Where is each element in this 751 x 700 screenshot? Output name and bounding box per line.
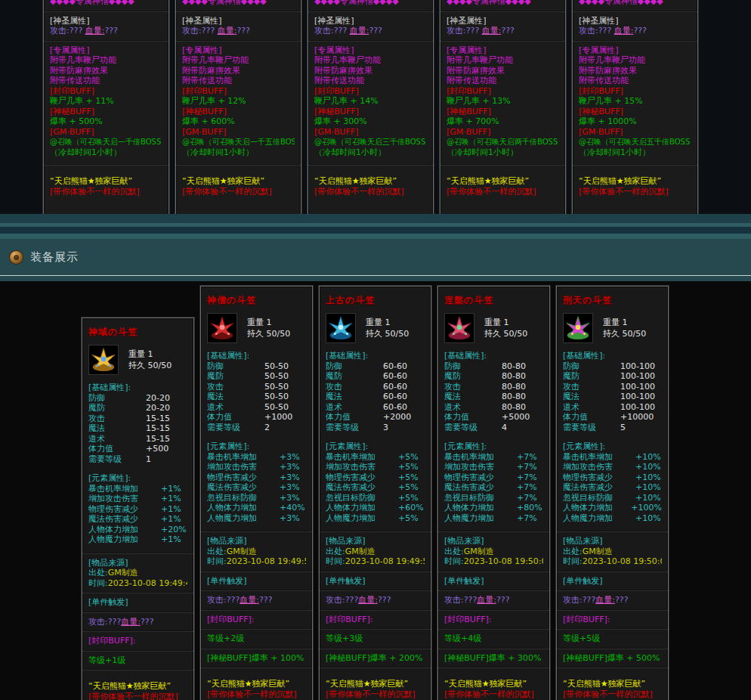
section-header: 装备展示: [0, 239, 751, 275]
element-label: 物理伤害减少: [563, 472, 635, 483]
hp-label: 血量:: [121, 617, 141, 627]
from-label: 出处:: [88, 568, 108, 578]
stat-value: 100-100: [620, 371, 655, 382]
element-label: 暴击机率增加: [207, 452, 280, 463]
base-stat-row: 攻击50-50: [207, 382, 306, 392]
equipment-card-2: 神僧の斗笠重量 1持久 50/50[基础属性]:防御50-50魔防50-50攻击…: [200, 286, 313, 700]
source-time-row: 时间: 2023-10-08 19:49:56: [207, 556, 306, 567]
footer-quote: “天启熊猫★独家巨献”: [182, 176, 295, 187]
element-stat-row: 忽视目标防御+5%: [326, 493, 425, 503]
section-divider: [557, 667, 668, 668]
element-stat-row: 物理伤害减少+3%: [207, 472, 306, 483]
attack-label: 攻击:???: [314, 26, 350, 36]
element-value: +1%: [161, 494, 181, 504]
section-divider: [320, 571, 431, 572]
stat-label: 防御: [444, 361, 502, 372]
base-stat-row: 魔防80-80: [444, 371, 543, 382]
element-stat-row: 魔法伤害减少+7%: [444, 482, 543, 493]
trigger-header: [单件触发]: [326, 576, 425, 587]
element-value: +5%: [398, 513, 419, 524]
equipment-card-1: 神域の斗笠重量 1持久 50/50[基础属性]:防御20-20魔防20-20攻击…: [82, 317, 194, 700]
time-label: 时间:: [444, 556, 464, 567]
stat-label: 道术: [326, 402, 383, 413]
trigger-attack-line: 攻击:??? 血量:???: [207, 595, 306, 606]
trigger-attack-line: 攻击:??? 血量:???: [50, 26, 162, 36]
base-stat-row: 魔法50-50: [207, 392, 306, 402]
mystery-burst-line: [神秘BUFF]爆率 + 100%: [207, 653, 306, 664]
base-stat-row: 体力值+5000: [444, 412, 543, 423]
equipment-showcase-panel: 神域の斗笠重量 1持久 50/50[基础属性]:防御20-20魔防20-20攻击…: [0, 281, 751, 700]
gm-buff-header: [GM·BUFF]: [182, 127, 295, 138]
weight-durability: 重量 1持久 50/50: [484, 317, 527, 339]
element-label: 暴击机率增加: [563, 452, 635, 463]
stat-value: +5000: [502, 412, 530, 423]
seal-buff-line: [封印BUFF]:: [563, 615, 662, 625]
stat-label: 防御: [88, 393, 146, 404]
gm-buff-header: [GM·BUFF]: [579, 127, 691, 138]
section-divider: [557, 590, 668, 591]
element-label: 增加攻击伤害: [563, 462, 635, 472]
trigger-attack-line: 攻击:??? 血量:???: [88, 617, 187, 627]
stat-label: 道术: [444, 402, 502, 413]
element-stat-row: 物理伤害减少+5%: [326, 472, 425, 483]
top-items-panel: ◆◆◆◆专属神僧◆◆◆◆[神圣属性]攻击:??? 血量:???[专属属性]附带几…: [0, 0, 751, 214]
footer-quote: “天启熊猫★独家巨献”: [579, 176, 691, 187]
item-icon-row: 重量 1持久 50/50: [444, 313, 543, 343]
weight-durability: 重量 1持久 50/50: [128, 348, 172, 371]
element-value: +7%: [517, 493, 537, 503]
element-value: +7%: [517, 462, 537, 472]
element-value: +10%: [635, 472, 661, 483]
base-stat-row: 体力值+2000: [326, 412, 425, 423]
stat-value: 60-60: [383, 382, 407, 392]
item-icon-row: 重量 1持久 50/50: [88, 345, 187, 375]
hp-value: ???: [496, 595, 510, 606]
from-value: GM制造: [464, 547, 494, 557]
trigger-attack-line: 攻击:??? 血量:???: [579, 26, 691, 36]
mystery-burst-line: [神秘BUFF]爆率 + 200%: [326, 653, 425, 664]
stat-value: 15-15: [146, 423, 170, 434]
element-value: +3%: [280, 472, 300, 483]
clipped-item-title: ◆◆◆◆专属神僧◆◆◆◆: [182, 0, 295, 7]
element-stat-row: 人物体力增加+100%: [563, 503, 662, 513]
element-label: 人物体力增加: [444, 503, 517, 513]
durability-line: 持久 50/50: [366, 328, 409, 339]
base-stat-row: 道术80-80: [444, 402, 543, 413]
section-divider: [440, 164, 565, 166]
trigger-header: [单件触发]: [207, 576, 306, 587]
top-item-card-3: ◆◆◆◆专属神僧◆◆◆◆[神圣属性]攻击:??? 血量:???[专属属性]附带几…: [308, 0, 434, 214]
element-stat-row: 人物体力增加+20%: [88, 525, 187, 535]
base-stat-row: 防御80-80: [444, 361, 543, 372]
footer-slogan: [带你体验不一样的沉默]: [88, 692, 187, 700]
base-stat-row: 体力值+1000: [207, 412, 306, 423]
time-label: 时间:: [207, 556, 227, 567]
section-divider: [438, 609, 549, 611]
base-stat-row: 体力值+500: [88, 444, 187, 454]
seal-buff-line: [封印BUFF]:: [444, 615, 543, 625]
footer-slogan: [带你体验不一样的沉默]: [563, 689, 662, 700]
hp-label: 血量:: [350, 26, 369, 36]
trigger-attack-line: 攻击:??? 血量:???: [447, 26, 559, 36]
stat-value: 5: [620, 423, 626, 433]
weight-line: 重量 1: [366, 317, 409, 328]
section-divider: [573, 11, 697, 12]
stat-label: 魔防: [563, 371, 620, 382]
holy-attr-header: [神圣属性]: [447, 16, 559, 26]
gm-buff-header: [GM·BUFF]: [314, 127, 427, 138]
trigger-attack-line: 攻击:??? 血量:???: [314, 26, 427, 36]
footer-quote: “天启熊猫★独家巨献”: [326, 679, 425, 689]
element-value: +5%: [398, 472, 419, 483]
stat-value: 50-50: [264, 371, 289, 382]
summon-line: @召唤（可召唤天启一千五倍BOSS）: [182, 137, 295, 147]
element-value: +100%: [631, 503, 662, 513]
element-value: +5%: [398, 452, 419, 463]
weight-line: 重量 1: [247, 317, 290, 328]
base-stat-row: 魔法100-100: [563, 392, 662, 402]
element-stat-row: 忽视目标防御+7%: [444, 493, 543, 503]
footer-slogan: [带你体验不一样的沉默]: [314, 187, 427, 197]
seal-buff-header: [封印BUFF]: [579, 86, 691, 97]
weight-durability: 重量 1持久 50/50: [366, 317, 409, 339]
element-value: +10%: [635, 452, 661, 463]
element-label: 人物体力增加: [563, 503, 631, 513]
stat-value: 80-80: [502, 371, 526, 382]
element-stat-row: 增加攻击伤害+7%: [444, 462, 543, 472]
